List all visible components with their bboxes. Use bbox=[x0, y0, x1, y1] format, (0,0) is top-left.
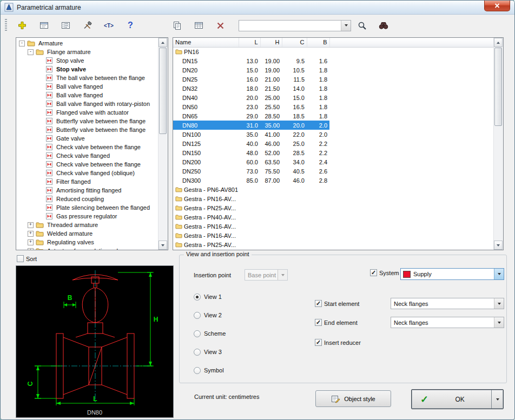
table-row[interactable]: DN250 73.0 75.50 40.5 2.6 bbox=[173, 166, 493, 176]
tree-item[interactable]: Ball valve flanged bbox=[16, 91, 158, 99]
tree-item[interactable]: Plate silencing between the flanged bbox=[16, 203, 158, 212]
tree-expander-icon[interactable]: + bbox=[28, 222, 34, 228]
view-radio[interactable]: Symbol bbox=[194, 366, 226, 374]
view-radio[interactable]: View 2 bbox=[194, 311, 226, 319]
filter-dropdown-icon[interactable] bbox=[341, 21, 351, 31]
copy-icon[interactable] bbox=[169, 18, 184, 32]
table-row[interactable]: DN20 15.0 19.00 10.5 1.8 bbox=[173, 65, 493, 75]
close-button[interactable] bbox=[484, 1, 510, 11]
tree-item[interactable]: Stop valve bbox=[16, 65, 158, 74]
toolbar-grip[interactable] bbox=[5, 19, 7, 32]
tools-icon[interactable] bbox=[80, 18, 95, 32]
tree-item[interactable]: Check valve between the flange bbox=[16, 143, 158, 151]
tree-expander-icon[interactable]: + bbox=[28, 239, 34, 245]
start-element-combo[interactable]: Neck flanges bbox=[391, 298, 504, 309]
add-icon[interactable] bbox=[15, 18, 30, 32]
tree-item[interactable]: Reduced coupling bbox=[16, 195, 158, 203]
properties-icon[interactable] bbox=[58, 18, 73, 32]
tree-item[interactable]: + Regulating valves bbox=[16, 238, 158, 246]
tree-item[interactable]: Stop valve bbox=[16, 56, 158, 65]
table-row[interactable]: Gestra - PN16-AV... bbox=[173, 231, 493, 240]
column-header-name[interactable]: Name bbox=[173, 38, 239, 47]
table-row[interactable]: Gestra - PN16-AV... bbox=[173, 194, 493, 203]
table-row[interactable]: DN125 40.0 46.00 25.0 2.2 bbox=[173, 139, 493, 148]
tree-item[interactable]: Check valve flanged (oblique) bbox=[16, 169, 158, 177]
table-row[interactable]: DN25 16.0 21.00 11.5 1.8 bbox=[173, 75, 493, 84]
tree-expander-icon[interactable]: - bbox=[28, 49, 34, 55]
chevron-down-icon[interactable] bbox=[494, 269, 504, 279]
table-row[interactable]: DN32 18.0 21.50 14.0 1.8 bbox=[173, 84, 493, 93]
chevron-down-icon[interactable] bbox=[494, 317, 504, 328]
table-row[interactable]: PN16 bbox=[173, 47, 493, 56]
table-row[interactable]: Gestra - PN25-AV... bbox=[173, 203, 493, 212]
table-row[interactable]: DN100 35.0 41.00 22.0 2.0 bbox=[173, 130, 493, 139]
table-row[interactable]: DN150 48.0 52.00 28.5 2.2 bbox=[173, 148, 493, 157]
end-element-combo[interactable]: Neck flanges bbox=[391, 317, 504, 328]
tree-item[interactable]: Butterfly valve between the flange bbox=[16, 117, 158, 125]
tree-scrollbar-thumb[interactable] bbox=[159, 48, 167, 134]
sort-checkbox[interactable]: ✓ Sort bbox=[17, 255, 37, 262]
table-row[interactable]: Gestra - PN25-AV... bbox=[173, 240, 493, 249]
ok-button[interactable]: ✓ OK bbox=[411, 389, 504, 409]
table-row[interactable]: Gestra - PN40-AV... bbox=[173, 212, 493, 222]
tree-scrollbar[interactable] bbox=[158, 38, 168, 250]
tree-item[interactable]: Filter flanged bbox=[16, 177, 158, 186]
tree-expander-icon[interactable]: + bbox=[28, 231, 34, 237]
tree-expander-icon[interactable]: + bbox=[28, 248, 34, 250]
view-radio[interactable]: Scheme bbox=[194, 330, 226, 337]
chevron-down-icon[interactable] bbox=[494, 298, 504, 309]
help-icon[interactable]: ? bbox=[123, 18, 138, 32]
tree-item[interactable]: - Flange armature bbox=[16, 48, 158, 56]
table-row[interactable]: DN200 60.0 63.50 34.0 2.4 bbox=[173, 157, 493, 166]
tree-item[interactable]: Amortising fitting flanged bbox=[16, 186, 158, 195]
tree-item[interactable]: + Welded armature bbox=[16, 229, 158, 238]
column-header-b[interactable]: B bbox=[307, 38, 329, 47]
tree-item[interactable]: Gate valve bbox=[16, 134, 158, 143]
view-radio[interactable]: View 3 bbox=[194, 348, 226, 356]
tree-item[interactable]: Flanged valve with actuator bbox=[16, 108, 158, 117]
tree-item[interactable]: - Armature bbox=[16, 39, 158, 48]
tree-item[interactable]: + Threaded armature bbox=[16, 221, 158, 229]
table-row[interactable]: DN80 31.0 35.00 20.0 2.0 bbox=[173, 121, 493, 130]
table-scrollbar-thumb[interactable] bbox=[494, 48, 502, 126]
end-element-checkbox[interactable]: ✓ End element bbox=[315, 319, 358, 326]
tree-item[interactable]: Check valve between the flange bbox=[16, 160, 158, 169]
scroll-down-icon[interactable] bbox=[159, 241, 167, 250]
start-element-checkbox[interactable]: ✓ Start element bbox=[315, 300, 359, 307]
table-row[interactable]: DN15 13.0 19.00 9.5 1.6 bbox=[173, 56, 493, 65]
titlebar[interactable]: Parametrical armature bbox=[1, 1, 514, 15]
tree-item[interactable]: Ball valve flanged with rotary-piston bbox=[16, 99, 158, 108]
ok-dropdown-button[interactable] bbox=[491, 390, 503, 409]
text-markup-icon[interactable]: <T> bbox=[101, 18, 116, 32]
tree-item[interactable]: Butterfly valve between the flange bbox=[16, 125, 158, 134]
system-checkbox[interactable]: ✓ System bbox=[370, 269, 399, 276]
tree-item[interactable]: Gas pressure regulator bbox=[16, 212, 158, 221]
column-header-l[interactable]: L bbox=[239, 38, 260, 47]
column-header-c[interactable]: C bbox=[282, 38, 307, 47]
tree-item[interactable]: Ball valve flanged bbox=[16, 82, 158, 91]
scroll-down-icon[interactable] bbox=[494, 241, 503, 250]
tree-item[interactable]: + Actuators for regulating valves bbox=[16, 246, 158, 250]
column-header-h[interactable]: H bbox=[260, 38, 282, 47]
filter-combo[interactable] bbox=[239, 20, 351, 31]
base-point-combo[interactable]: Base point bbox=[245, 269, 288, 281]
chevron-down-icon[interactable] bbox=[278, 270, 287, 280]
system-combo[interactable]: Supply bbox=[400, 268, 504, 280]
binoculars-icon[interactable] bbox=[376, 18, 391, 32]
table-row[interactable]: DN65 29.0 28.50 18.5 1.8 bbox=[173, 111, 493, 121]
table-scrollbar[interactable] bbox=[493, 38, 503, 250]
table-row[interactable]: DN40 20.0 25.00 15.0 1.8 bbox=[173, 93, 493, 102]
view-radio[interactable]: View 1 bbox=[194, 293, 226, 301]
scroll-up-icon[interactable] bbox=[494, 38, 503, 47]
insert-reducer-checkbox[interactable]: ✓ Insert reducer bbox=[315, 339, 361, 346]
scroll-up-icon[interactable] bbox=[159, 38, 167, 47]
tree-item[interactable]: The ball valve between the flange bbox=[16, 74, 158, 82]
table-row[interactable]: Gestra - PN16-AV... bbox=[173, 222, 493, 231]
delete-icon[interactable] bbox=[213, 18, 228, 32]
table-row[interactable]: DN50 23.0 25.50 16.5 1.8 bbox=[173, 102, 493, 111]
table-row[interactable]: Gestra - PN6-AV801 bbox=[173, 185, 493, 194]
tree-expander-icon[interactable]: - bbox=[19, 41, 25, 46]
table-row[interactable]: DN300 85.0 87.00 46.0 2.8 bbox=[173, 176, 493, 185]
search-icon[interactable] bbox=[354, 18, 369, 32]
table-edit-icon[interactable] bbox=[191, 18, 206, 32]
